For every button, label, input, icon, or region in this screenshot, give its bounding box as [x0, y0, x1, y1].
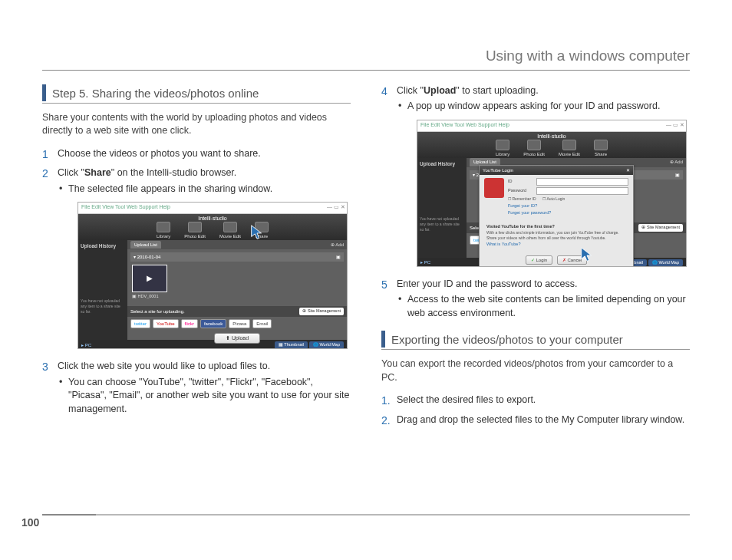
- screenshot-login-dialog: — ▭ ✕ File Edit View Tool Web Support He…: [417, 120, 687, 267]
- section-heading-share: Step 5. Sharing the videos/photos online: [42, 84, 351, 104]
- left-column: Step 5. Sharing the videos/photos online…: [42, 84, 351, 433]
- step-3-sub: You can choose "YouTube", "twitter", "Fl…: [58, 376, 351, 417]
- export-step-2: 2. Drag and drop the selected files to t…: [381, 413, 690, 427]
- intro-text: Share your contents with the world by up…: [42, 111, 351, 138]
- step-5: 5 Enter your ID and the password to acce…: [381, 278, 690, 321]
- step-5-sub: Access to the web site contents can be l…: [397, 293, 690, 320]
- export-step-1: 1. Select the desired files to export.: [381, 394, 690, 407]
- right-column: 4 Click "Upload" to start uploading. A p…: [381, 84, 690, 433]
- step-1: 1 Choose the videos or photos you want t…: [42, 147, 351, 161]
- step-4-sub: A pop up window appears asking for your …: [397, 100, 690, 114]
- step-3: 3 Click the web site you would like to u…: [42, 360, 351, 416]
- export-intro: You can export the recorded videos/photo…: [381, 357, 690, 384]
- login-dialog: YouTube Login✕ ID Password ☐ Remember ID…: [479, 165, 634, 267]
- step-4: 4 Click "Upload" to start uploading. A p…: [381, 84, 690, 267]
- page-header: Using with a windows computer: [42, 46, 690, 71]
- step-2: 2 Click "Share" on the Intelli-studio br…: [42, 166, 351, 349]
- step-2-sub: The selected file appears in the sharing…: [58, 183, 351, 196]
- page-number: 100: [21, 516, 39, 531]
- screenshot-share-window: — ▭ ✕ File Edit View Tool Web Support He…: [77, 202, 348, 349]
- section-heading-export: Exporting the videos/photos to your comp…: [381, 331, 690, 350]
